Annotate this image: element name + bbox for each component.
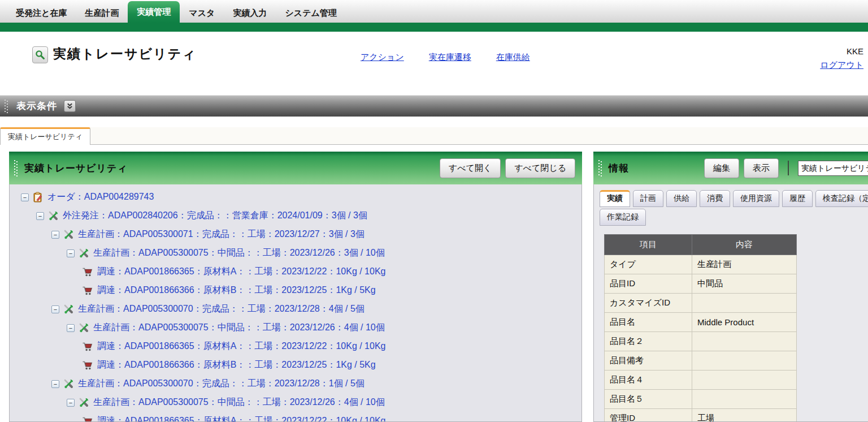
tree-row[interactable]: 調達：ADAP001866365：原材料A：：工場：2023/12/22：10K… bbox=[10, 412, 581, 422]
tree-node-label[interactable]: 外注発注：ADAP002840206：完成品：：営業倉庫：2024/01/09：… bbox=[63, 210, 367, 222]
collapse-icon[interactable]: − bbox=[36, 212, 44, 220]
filter-drag-handle[interactable] bbox=[5, 99, 8, 114]
tree-node-label[interactable]: 生産計画：ADAP005300070：完成品：：工場：2023/12/28：4個… bbox=[78, 303, 364, 315]
tree-node-label[interactable]: 調達：ADAP001866365：原材料A：：工場：2023/12/22：10K… bbox=[97, 341, 385, 352]
tools-icon bbox=[78, 397, 90, 408]
collapse-icon[interactable]: − bbox=[67, 249, 75, 257]
page-tabstrip: 実績トレーサビリティ bbox=[0, 127, 868, 145]
tools-icon bbox=[63, 229, 75, 240]
info-table: 項目 内容 タイプ生産計画品目ID中間品カスタマイズID品目名Middle Pr… bbox=[604, 234, 797, 422]
info-panel-title: 情報 bbox=[609, 162, 629, 175]
header-link[interactable]: 実在庫遷移 bbox=[429, 52, 471, 63]
info-panel: 情報 編集 表示 実績トレーサビリティ 実績計画供給消費使用資源履歴検査記録（定… bbox=[593, 152, 868, 422]
tree-row[interactable]: 調達：ADAP001866365：原材料A：：工場：2023/12/22：10K… bbox=[10, 337, 581, 356]
info-table-header-item: 項目 bbox=[605, 235, 692, 255]
panel-drag-handle[interactable] bbox=[598, 160, 602, 176]
info-item-cell: 品目名２ bbox=[605, 332, 692, 351]
tree-row[interactable]: 調達：ADAP001866366：原材料B：：工場：2023/12/25：1Kg… bbox=[10, 356, 581, 374]
info-table-header-value: 内容 bbox=[692, 235, 797, 255]
info-panel-body: 実績計画供給消費使用資源履歴検査記録（定性） 作業記録 項目 内容 タイプ生産計… bbox=[593, 184, 868, 422]
info-item-cell: 管理ID bbox=[605, 409, 692, 422]
info-tab[interactable]: 使用資源 bbox=[733, 190, 779, 207]
tree-node-label[interactable]: 調達：ADAP001866365：原材料A：：工場：2023/12/22：10K… bbox=[97, 266, 385, 278]
cart-icon bbox=[82, 341, 94, 352]
tree-row[interactable]: −生産計画：ADAP005300070：完成品：：工場：2023/12/28：1… bbox=[10, 374, 581, 393]
tree-node-label[interactable]: 生産計画：ADAP005300075：中間品：：工場：2023/12/26：3個… bbox=[93, 247, 385, 259]
nav-tab[interactable]: 生産計画 bbox=[76, 3, 128, 23]
cart-icon bbox=[82, 285, 94, 296]
tree-row[interactable]: 調達：ADAP001866366：原材料B：：工場：2023/12/25：1Kg… bbox=[10, 281, 581, 300]
nav-tab[interactable]: 受発注と在庫 bbox=[7, 3, 76, 23]
filter-collapse-button[interactable] bbox=[64, 100, 76, 112]
collapse-icon[interactable]: − bbox=[21, 193, 29, 201]
info-value-cell: Middle Product bbox=[692, 313, 797, 332]
nav-tab[interactable]: 実績入力 bbox=[224, 3, 276, 23]
tree-row[interactable]: −生産計画：ADAP005300075：中間品：：工場：2023/12/26：4… bbox=[10, 318, 581, 337]
tree-node-label[interactable]: 調達：ADAP001866366：原材料B：：工場：2023/12/25：1Kg… bbox=[97, 359, 376, 371]
header-link[interactable]: アクション bbox=[361, 52, 404, 63]
collapse-all-button[interactable]: すべて閉じる bbox=[505, 158, 575, 178]
info-table-row: 品目ID中間品 bbox=[605, 274, 797, 294]
tools-icon bbox=[78, 248, 90, 259]
tree-row[interactable]: −生産計画：ADAP005300075：中間品：：工場：2023/12/26：4… bbox=[10, 393, 581, 412]
traceability-panel-title: 実績トレーサビリティ bbox=[24, 162, 128, 175]
nav-tab[interactable]: 実績管理 bbox=[128, 1, 180, 23]
collapse-icon[interactable]: − bbox=[67, 399, 75, 407]
info-table-row: 品目名４ bbox=[605, 371, 797, 390]
tree-row[interactable]: −外注発注：ADAP002840206：完成品：：営業倉庫：2024/01/09… bbox=[10, 206, 581, 225]
info-tab[interactable]: 供給 bbox=[666, 190, 697, 207]
info-tab[interactable]: 作業記録 bbox=[600, 209, 646, 226]
view-button[interactable]: 表示 bbox=[744, 158, 779, 178]
info-tab[interactable]: 消費 bbox=[700, 190, 730, 207]
info-value-cell: 生産計画 bbox=[692, 255, 797, 274]
logout-link[interactable]: ログアウト bbox=[820, 60, 863, 70]
traceability-tree: −オーダ：ADAP004289743−外注発注：ADAP002840206：完成… bbox=[10, 184, 581, 422]
info-value-cell: 工場 bbox=[692, 409, 797, 422]
header-link[interactable]: 在庫供給 bbox=[496, 52, 530, 63]
tree-row[interactable]: −生産計画：ADAP005300075：中間品：：工場：2023/12/26：3… bbox=[10, 244, 581, 262]
nav-tab[interactable]: システム管理 bbox=[276, 3, 345, 23]
filter-bar: 表示条件 bbox=[0, 95, 868, 117]
tree-node-label[interactable]: 生産計画：ADAP005300071：完成品：：工場：2023/12/27：3個… bbox=[78, 229, 364, 240]
tools-icon bbox=[78, 322, 90, 334]
collapse-icon[interactable]: − bbox=[51, 380, 59, 388]
tree-node-label[interactable]: 生産計画：ADAP005300070：完成品：：工場：2023/12/28：1個… bbox=[78, 378, 364, 390]
cart-icon bbox=[82, 416, 94, 422]
info-item-cell: 品目名４ bbox=[605, 371, 692, 390]
tree-row[interactable]: −生産計画：ADAP005300070：完成品：：工場：2023/12/28：4… bbox=[10, 300, 581, 318]
tree-node-label[interactable]: 調達：ADAP001866365：原材料A：：工場：2023/12/22：10K… bbox=[97, 415, 385, 422]
collapse-icon[interactable]: − bbox=[67, 324, 75, 332]
tree-node-label[interactable]: 生産計画：ADAP005300075：中間品：：工場：2023/12/26：4個… bbox=[93, 397, 385, 408]
tree-row[interactable]: −生産計画：ADAP005300071：完成品：：工場：2023/12/27：3… bbox=[10, 225, 581, 244]
tree-row[interactable]: −オーダ：ADAP004289743 bbox=[10, 188, 581, 206]
tree-node-label[interactable]: 調達：ADAP001866366：原材料B：：工場：2023/12/25：1Kg… bbox=[97, 285, 376, 296]
main-panels: 実績トレーサビリティ すべて開く すべて閉じる −オーダ：ADAP0042897… bbox=[0, 145, 868, 422]
tree-node-label[interactable]: 生産計画：ADAP005300075：中間品：：工場：2023/12/26：4個… bbox=[93, 322, 385, 334]
tree-row[interactable]: 調達：ADAP001866365：原材料A：：工場：2023/12/22：10K… bbox=[10, 262, 581, 281]
info-item-cell: 品目ID bbox=[605, 274, 692, 294]
info-tab[interactable]: 実績 bbox=[600, 190, 630, 207]
cart-icon bbox=[82, 360, 94, 371]
expand-all-button[interactable]: すべて開く bbox=[440, 158, 501, 178]
info-item-cell: 品目備考 bbox=[605, 351, 692, 371]
info-tab[interactable]: 履歴 bbox=[782, 190, 813, 207]
info-tabs-row1: 実績計画供給消費使用資源履歴検査記録（定性） bbox=[600, 190, 868, 207]
info-table-row: 管理ID工場 bbox=[605, 409, 797, 422]
cart-icon bbox=[82, 266, 94, 278]
collapse-icon[interactable]: − bbox=[51, 231, 59, 239]
info-target-select[interactable]: 実績トレーサビリティ bbox=[798, 161, 868, 176]
tab-result-traceability[interactable]: 実績トレーサビリティ bbox=[0, 127, 90, 145]
info-value-cell bbox=[692, 371, 797, 390]
panel-drag-handle[interactable] bbox=[14, 160, 18, 176]
info-tab[interactable]: 検査記録（定性） bbox=[815, 190, 868, 207]
filter-bar-label: 表示条件 bbox=[16, 100, 57, 113]
info-table-row: 品目名Middle Product bbox=[605, 313, 797, 332]
info-value-cell bbox=[692, 294, 797, 313]
collapse-icon[interactable]: − bbox=[51, 305, 59, 313]
info-value-cell bbox=[692, 351, 797, 371]
info-tab[interactable]: 計画 bbox=[633, 190, 663, 207]
tree-node-label[interactable]: オーダ：ADAP004289743 bbox=[47, 191, 154, 203]
header-separator bbox=[788, 161, 789, 175]
nav-tab[interactable]: マスタ bbox=[180, 3, 224, 23]
edit-button[interactable]: 編集 bbox=[704, 158, 739, 178]
